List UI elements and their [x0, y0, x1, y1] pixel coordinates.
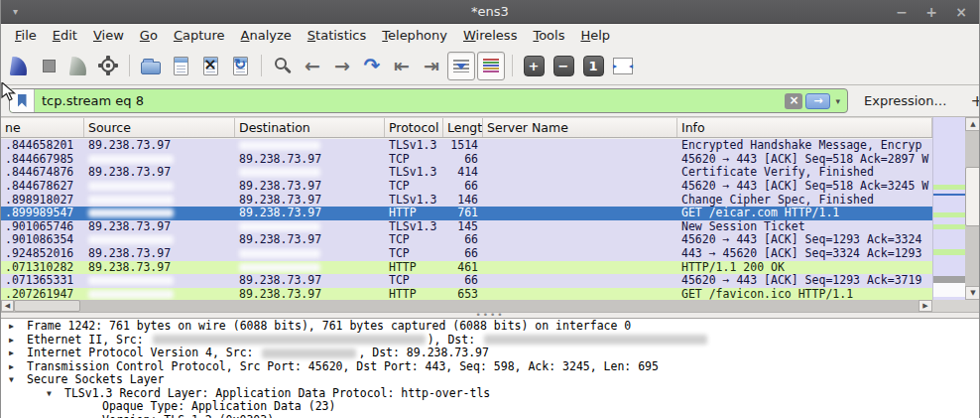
- go-back-icon[interactable]: ←: [299, 52, 326, 80]
- detail-row[interactable]: ▶Frame 1242: 761 bytes on wire (6088 bit…: [1, 320, 979, 334]
- find-packet-icon[interactable]: [269, 52, 297, 80]
- expression-button[interactable]: Expression…: [864, 93, 947, 108]
- menu-help[interactable]: Help: [572, 26, 618, 45]
- restart-capture-icon[interactable]: [64, 52, 92, 80]
- menu-wireless[interactable]: Wireless: [455, 26, 525, 45]
- expander-collapsed-icon[interactable]: ▶: [7, 320, 27, 334]
- detail-text: Transmission Control Protocol, Src Port:…: [27, 360, 659, 374]
- column-header-source[interactable]: Source: [84, 118, 235, 137]
- display-filter-input[interactable]: [35, 93, 785, 108]
- menu-file[interactable]: File: [7, 26, 45, 45]
- menu-view[interactable]: View: [85, 26, 132, 45]
- pane-splitter[interactable]: ••••: [1, 312, 979, 319]
- detail-row[interactable]: Version: TLS 1.2 (0x0303): [1, 414, 979, 418]
- scroll-right-icon[interactable]: ▶: [919, 300, 932, 312]
- cell-protocol: TCP: [385, 247, 443, 261]
- column-header-server-name[interactable]: Server Name: [483, 118, 677, 137]
- horizontal-scrollbar[interactable]: ◀ ▶: [1, 300, 932, 312]
- scroll-left-icon[interactable]: ◀: [1, 300, 14, 312]
- detail-row[interactable]: Opaque Type: Application Data (23): [1, 400, 979, 414]
- packet-row[interactable]: .07131028289.238.73.97HTTP461HTTP/1.1 20…: [1, 261, 932, 275]
- packet-row[interactable]: .92485201689.238.73.97TCP66443 → 45620 […: [1, 247, 932, 261]
- packet-row[interactable]: .89891802789.238.73.97TLSv1.3146Change C…: [1, 194, 932, 208]
- auto-scroll-icon[interactable]: [447, 52, 475, 80]
- maximize-button[interactable]: +: [923, 2, 939, 22]
- packet-row[interactable]: .90108635489.238.73.97TCP6645620 → 443 […: [1, 233, 932, 247]
- column-header-length[interactable]: Length: [443, 118, 483, 137]
- go-last-packet-icon[interactable]: ⇥: [418, 52, 445, 80]
- resize-columns-icon[interactable]: [609, 52, 637, 80]
- filter-dropdown-caret-icon[interactable]: ▾: [835, 96, 840, 106]
- vertical-scrollbar[interactable]: ▲ ▼: [965, 117, 980, 300]
- go-first-packet-icon[interactable]: ⇤: [388, 52, 416, 80]
- column-header-info[interactable]: Info: [677, 118, 932, 137]
- add-filter-button[interactable]: +: [971, 91, 980, 110]
- column-header-protocol[interactable]: Protocol: [385, 118, 443, 137]
- packet-row[interactable]: .90106574689.238.73.97TLSv1.3145New Sess…: [1, 220, 932, 234]
- save-capture-file-icon[interactable]: [167, 52, 194, 80]
- packet-row[interactable]: .20726194789.238.73.97HTTP653GET /favico…: [1, 288, 932, 300]
- expander-expanded-icon[interactable]: ▼: [45, 387, 64, 401]
- detail-row[interactable]: ▼Secure Sockets Layer: [1, 373, 979, 387]
- cell-info: 45620 → 443 [ACK] Seq=518 Ack=3245 W: [677, 180, 932, 194]
- cell-len: 146: [443, 194, 483, 208]
- go-forward-icon[interactable]: →: [328, 52, 356, 80]
- filter-bookmark-button[interactable]: [10, 89, 35, 112]
- menu-telephony[interactable]: Telephony: [374, 26, 455, 45]
- expander-expanded-icon[interactable]: ▼: [7, 373, 27, 387]
- cell-destination: 89.238.73.97: [235, 153, 385, 167]
- zoom-out-icon[interactable]: −: [550, 52, 577, 80]
- detail-row[interactable]: ▶Transmission Control Protocol, Src Port…: [1, 360, 979, 374]
- expander-collapsed-icon[interactable]: ▶: [7, 360, 27, 374]
- minimize-button[interactable]: −: [894, 2, 910, 22]
- zoom-in-icon[interactable]: +: [520, 52, 548, 80]
- start-capture-icon[interactable]: [5, 52, 33, 80]
- minimap-band: [933, 283, 965, 297]
- packet-row[interactable]: .84465820189.238.73.97TLSv1.31514Encrypt…: [1, 139, 932, 153]
- open-capture-file-icon[interactable]: [137, 52, 165, 80]
- cell-len: 461: [443, 261, 483, 275]
- menu-go[interactable]: Go: [132, 26, 166, 45]
- expander-collapsed-icon[interactable]: ▶: [7, 334, 27, 348]
- menu-statistics[interactable]: Statistics: [300, 26, 374, 45]
- scroll-down-icon[interactable]: ▼: [965, 286, 980, 300]
- redacted-value: [239, 141, 320, 150]
- expander-collapsed-icon[interactable]: ▶: [7, 347, 27, 360]
- cell-len: 66: [443, 180, 483, 194]
- menu-edit[interactable]: Edit: [45, 26, 85, 45]
- packet-row[interactable]: .89998954789.238.73.97HTTP761GET /eicar.…: [1, 207, 932, 220]
- cell-destination: [235, 247, 385, 261]
- vertical-scrollbar-thumb[interactable]: [965, 167, 980, 226]
- packet-list-minimap-scrollbar[interactable]: [932, 117, 965, 300]
- packet-row[interactable]: .84466798589.238.73.97TCP6645620 → 443 […: [1, 153, 932, 167]
- menu-analyze[interactable]: Analyze: [233, 26, 300, 45]
- filter-clear-icon[interactable]: ×: [785, 93, 802, 109]
- capture-options-icon[interactable]: [94, 52, 122, 80]
- close-capture-file-icon[interactable]: ×: [196, 52, 224, 80]
- scroll-up-icon[interactable]: ▲: [965, 117, 980, 131]
- reload-capture-file-icon[interactable]: ↻: [226, 52, 254, 80]
- packet-details-pane: ▶Frame 1242: 761 bytes on wire (6088 bit…: [1, 319, 979, 418]
- column-header-ne[interactable]: ne: [1, 118, 84, 137]
- menu-capture[interactable]: Capture: [166, 26, 233, 45]
- filter-apply-icon[interactable]: →: [805, 93, 830, 109]
- detail-row[interactable]: ▶Ethernet II, Src: ), Dst:: [1, 334, 979, 348]
- detail-row[interactable]: ▶Internet Protocol Version 4, Src: , Dst…: [1, 347, 979, 360]
- redacted-value: [88, 182, 174, 191]
- horizontal-scrollbar-thumb[interactable]: [14, 300, 80, 312]
- packet-row[interactable]: .84467862789.238.73.97TCP6645620 → 443 […: [1, 180, 932, 194]
- colorize-packets-icon[interactable]: [477, 52, 505, 80]
- display-filter-field[interactable]: × → ▾: [9, 88, 848, 113]
- close-button[interactable]: ×: [953, 2, 969, 22]
- toolbar-separator: [261, 55, 262, 76]
- cell-time: .924852016: [1, 247, 84, 261]
- stop-capture-icon[interactable]: [35, 52, 62, 80]
- column-header-destination[interactable]: Destination: [235, 118, 385, 137]
- go-to-packet-icon[interactable]: ↷: [358, 52, 386, 80]
- zoom-100-icon[interactable]: 1: [579, 52, 607, 80]
- packet-row[interactable]: .07136533189.238.73.97TCP6645620 → 443 […: [1, 274, 932, 288]
- detail-text: Opaque Type: Application Data (23): [102, 400, 335, 414]
- packet-row[interactable]: .84467487689.238.73.97TLSv1.3414Certific…: [1, 166, 932, 180]
- detail-row[interactable]: ▼TLSv1.3 Record Layer: Application Data …: [1, 387, 979, 401]
- menu-tools[interactable]: Tools: [525, 26, 572, 45]
